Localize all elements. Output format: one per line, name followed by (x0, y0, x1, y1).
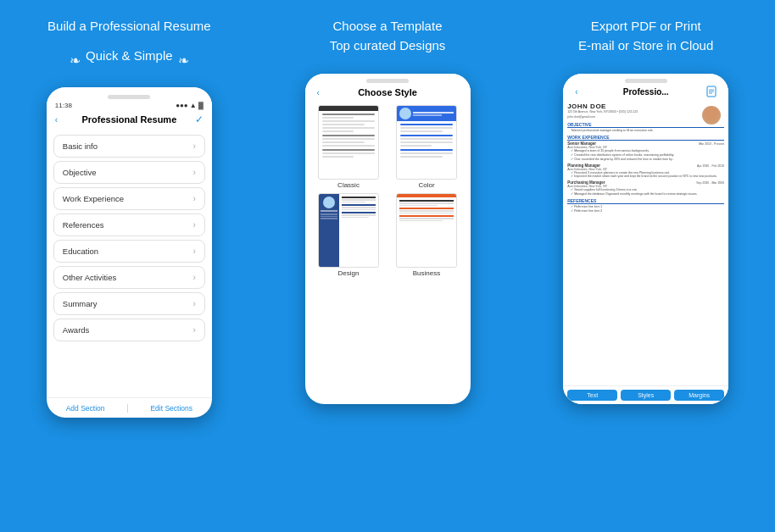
nav-check-1[interactable]: ✓ (195, 114, 204, 125)
section-label: Basic info (63, 141, 98, 151)
style-nav-back[interactable]: ‹ (317, 88, 320, 97)
section-references[interactable]: References › (53, 213, 205, 236)
panel-3-title: Export PDF or Print E-mail or Store in C… (578, 17, 713, 55)
section-objective[interactable]: Objective › (53, 161, 205, 184)
doc-section-references: REFERENCES (567, 198, 724, 204)
doc-job-period-3: Sep 2000 - Mar 2006 (696, 181, 724, 185)
section-label: Other Activities (63, 273, 116, 282)
laurel-right: ❧ (178, 53, 189, 69)
doc-header-row: JOHN DOE 123 5th Avenue, New York, NY100… (567, 103, 724, 120)
laurel-decoration: ❧ Quick & Simple ❧ (70, 47, 189, 76)
doc-section-objective: OBJECTIVE (567, 122, 724, 128)
doc-job-period-1: Mar 2010 - Present (699, 142, 724, 146)
doc-bullet-1-3: ✓ Over exceeded the targets by 20% and r… (567, 158, 724, 162)
section-basic-info[interactable]: Basic info › (53, 135, 205, 158)
nav-back-1[interactable]: ‹ (55, 115, 58, 125)
phone-1-header: 11:38 ●●● ▲ ▓ ‹ Professional Resume ✓ (47, 87, 212, 130)
template-design[interactable]: Design (312, 193, 386, 277)
doc-bullet-3-2: ✓ Managed the database Organized monthly… (567, 192, 724, 197)
section-label: Work Experience (63, 194, 124, 203)
tab-styles[interactable]: Styles (621, 390, 671, 401)
doc-full-name: JOHN DOE (567, 103, 638, 110)
prof-nav-pdf[interactable] (706, 86, 716, 99)
divider: | (126, 403, 129, 413)
section-education[interactable]: Education › (53, 240, 205, 263)
tab-text[interactable]: Text (567, 390, 617, 401)
style-nav-title: Choose Style (358, 87, 417, 97)
chevron-icon: › (192, 247, 195, 256)
doc-email: john.doe@gmail.com (567, 115, 638, 119)
panel-template-chooser: Choose a Template Top curated Designs ‹ … (259, 0, 517, 532)
doc-ref-2: ✓ Reference line item 2 (567, 209, 724, 213)
phone-2-header: ‹ Choose Style (305, 74, 471, 101)
section-other-activities[interactable]: Other Activities › (53, 266, 205, 289)
edit-sections-link[interactable]: Edit Sections (150, 404, 192, 413)
nav-bar-1: ‹ Professional Resume ✓ (55, 113, 204, 126)
nav-title-1: Professional Resume (81, 114, 176, 125)
chevron-icon: › (192, 220, 195, 230)
template-preview-business (396, 193, 457, 268)
phone-notch-1 (108, 95, 150, 99)
section-label: Education (63, 247, 98, 256)
section-label: Objective (63, 168, 97, 177)
phone-notch-2 (366, 79, 409, 83)
prof-nav-back[interactable]: ‹ (575, 87, 577, 97)
doc-job-period-2: Apr 2006 - Feb 2010 (697, 164, 724, 168)
doc-photo (702, 106, 721, 125)
phone-mockup-2: ‹ Choose Style (305, 74, 471, 404)
section-awards[interactable]: Awards › (53, 319, 205, 341)
template-grid-container: Classic (305, 101, 471, 404)
phone-mockup-1: 11:38 ●●● ▲ ▓ ‹ Professional Resume ✓ Ba… (47, 87, 212, 418)
template-name-business: Business (413, 269, 440, 277)
doc-address: 123 5th Avenue, New York, NY10043 • (555… (567, 110, 638, 114)
template-business[interactable]: Business (390, 193, 464, 277)
panel-export: Export PDF or Print E-mail or Store in C… (516, 0, 775, 532)
color-header (397, 106, 456, 121)
doc-job-3: Purchasing Manager Sep 2000 - Mar 2006 A… (567, 180, 724, 197)
panel-2-title: Choose a Template Top curated Designs (330, 17, 446, 55)
template-preview-color (396, 105, 457, 180)
doc-job-2: Planning Manager Apr 2006 - Feb 2010 Aut… (567, 163, 724, 180)
template-name-color: Color (418, 181, 434, 189)
chevron-icon: › (192, 194, 195, 203)
prof-nav-title: Professio... (623, 87, 669, 97)
section-work-experience[interactable]: Work Experience › (53, 187, 205, 210)
section-label: Summary (63, 299, 98, 308)
phone-3-header: ‹ Professio... (563, 74, 728, 100)
section-label: Awards (63, 325, 90, 335)
chevron-icon: › (192, 325, 195, 335)
template-name-design: Design (338, 269, 360, 277)
doc-photo-face (702, 106, 721, 125)
panel-resume-builder: Build a Professional Resume ❧ Quick & Si… (0, 0, 259, 532)
tab-margins[interactable]: Margins (674, 390, 724, 401)
phone-notch-3 (625, 79, 667, 83)
template-grid: Classic (312, 105, 464, 277)
template-preview-classic (318, 105, 379, 180)
color-lines (397, 121, 456, 162)
resume-sections-list: Basic info › Objective › Work Experience… (47, 130, 212, 397)
status-icons: ●●● ▲ ▓ (176, 102, 204, 109)
doc-job-title-2: Planning Manager (567, 163, 600, 168)
resume-document: JOHN DOE 123 5th Avenue, New York, NY100… (563, 100, 728, 385)
classic-lines (319, 111, 378, 162)
laurel-left: ❧ (70, 53, 81, 69)
status-bar-1: 11:38 ●●● ▲ ▓ (55, 102, 204, 109)
phone-1-bottom-bar: Add Section | Edit Sections (47, 397, 212, 418)
template-preview-design (318, 193, 379, 268)
template-name-classic: Classic (337, 181, 360, 189)
template-classic[interactable]: Classic (312, 105, 386, 189)
style-nav-bar: ‹ Choose Style (310, 86, 466, 101)
doc-bullet-2-2: ✓ Improved the market share each year an… (567, 175, 724, 179)
doc-objective-content: Talented professional manager seeking to… (567, 129, 724, 133)
chevron-icon: › (192, 141, 195, 151)
add-section-link[interactable]: Add Section (66, 404, 105, 413)
doc-section-work: WORK EXPERIENCE (567, 135, 724, 141)
doc-job-1: Senior Manager Mar 2010 - Present Auto I… (567, 141, 724, 162)
chevron-icon: › (192, 273, 195, 282)
section-summary[interactable]: Summary › (53, 292, 205, 315)
section-label: References (63, 220, 104, 230)
doc-bottom-tabs: Text Styles Margins (563, 385, 728, 404)
chevron-icon: › (192, 299, 195, 308)
panel-1-title: Build a Professional Resume (47, 17, 211, 36)
template-color[interactable]: Color (390, 105, 464, 189)
